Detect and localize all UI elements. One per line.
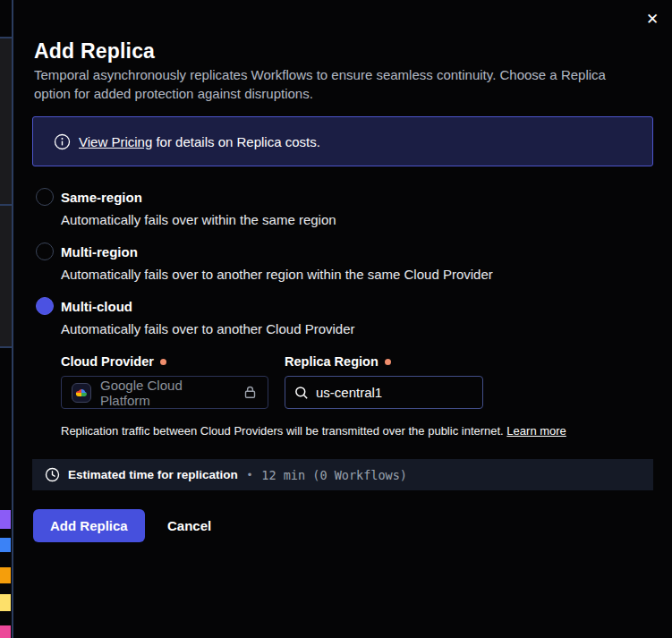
background-color-chip-blue [0,538,11,552]
cancel-button[interactable]: Cancel [162,509,217,542]
replica-region-label: Replica Region [285,354,391,369]
clock-icon [45,467,60,482]
estimate-label: Estimated time for replication [68,468,238,481]
cloud-provider-field[interactable]: Google Cloud Platform [61,376,268,409]
required-dot [160,359,166,365]
view-pricing-link[interactable]: View Pricing [79,134,152,149]
info-icon [54,133,71,150]
background-page-divider [12,0,13,638]
pricing-banner-rest: for details on Replica costs. [156,134,319,149]
radio-description-multi-cloud: Automatically fails over to another Clou… [61,321,355,336]
radio-label-same-region[interactable]: Same-region [61,190,142,205]
radio-option-multi-cloud: Multi-cloud Automatically fails over to … [36,297,355,336]
learn-more-link[interactable]: Learn more [506,424,566,438]
radio-option-multi-region: Multi-region Automatically fails over to… [36,242,493,282]
radio-option-same-region: Same-region Automatically fails over wit… [36,188,336,227]
search-icon [294,386,309,400]
estimate-value: 12 min (0 Workflows) [261,468,407,482]
estimate-separator: • [248,468,252,481]
radio-multi-region[interactable] [36,242,54,260]
replica-region-input[interactable] [316,385,473,400]
close-button[interactable]: ✕ [639,5,666,32]
page-title: Add Replica [34,39,155,64]
required-dot [385,359,391,365]
cloud-provider-label: Cloud Provider [61,354,166,369]
radio-description-same-region: Automatically fails over within the same… [61,212,336,227]
background-page-panel [0,38,12,204]
background-page-panel [0,206,12,346]
background-color-chip-orange [0,567,11,583]
radio-multi-cloud[interactable] [36,297,54,315]
replica-region-field [285,376,483,409]
background-page-divider [0,204,13,206]
pricing-banner: View Pricing for details on Replica cost… [32,116,653,166]
lock-icon [242,385,258,400]
radio-label-multi-region[interactable]: Multi-region [61,244,138,259]
pricing-banner-text: View Pricing for details on Replica cost… [79,134,320,149]
estimate-banner: Estimated time for replication • 12 min … [32,459,653,490]
add-replica-button[interactable]: Add Replica [33,509,145,542]
background-page-divider [0,346,13,348]
radio-same-region[interactable] [36,188,54,206]
background-page-divider [0,37,13,38]
background-color-chip-purple [0,510,11,529]
close-icon: ✕ [646,10,659,28]
radio-label-multi-cloud[interactable]: Multi-cloud [61,299,132,314]
cloud-provider-value: Google Cloud Platform [100,378,234,408]
add-replica-modal: ✕ Add Replica Temporal asynchronously re… [0,0,672,638]
google-cloud-icon [72,383,91,403]
modal-description: Temporal asynchronously replicates Workf… [34,65,644,103]
public-internet-note: Replication traffic between Cloud Provid… [61,424,566,438]
background-color-chip-pink [0,625,11,638]
radio-description-multi-region: Automatically fails over to another regi… [61,267,493,282]
background-color-chip-yellow [0,594,11,611]
